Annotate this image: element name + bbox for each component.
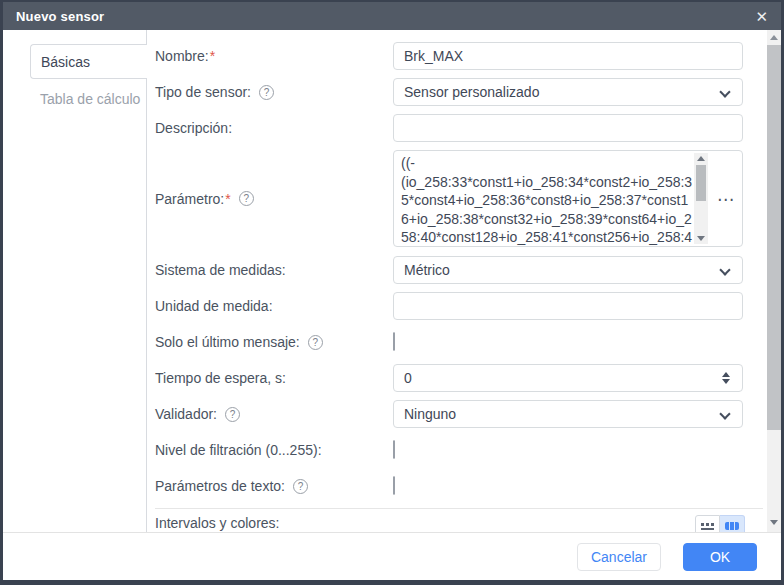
parametro-formula-text: ((- (io_258:33*const1+io_258:34*const2+i… [401,154,693,247]
validador-value: Ninguno [404,406,456,422]
stepper-icon[interactable] [722,372,730,384]
tiempo-espera-input[interactable] [393,364,743,392]
tipo-sensor-select[interactable]: Sensor personalizado [393,78,743,106]
ok-button[interactable]: OK [683,543,757,571]
validador-select[interactable]: Ninguno [393,400,743,428]
tipo-sensor-label: Tipo de sensor: ? [155,84,393,100]
dots-list-icon [701,523,714,530]
tab-strip: Básicas Tabla de cálculo [3,30,147,532]
required-asterisk: * [225,191,230,207]
parametro-more-button[interactable]: ⋯ [717,190,735,207]
scroll-down-icon[interactable] [697,236,705,241]
tab-tabla-label: Tabla de cálculo [40,91,140,107]
sistema-medidas-label: Sistema de medidas: [155,262,393,278]
dialog-body: Básicas Tabla de cálculo Nombre:* Tipo d… [3,30,781,532]
scroll-up-icon[interactable] [697,156,705,161]
parametro-label: Parámetro:* ? [155,191,393,207]
scrollbar-thumb[interactable] [767,45,781,430]
textarea-scrollbar[interactable] [694,153,708,244]
solo-ultimo-checkbox[interactable] [393,332,395,351]
dialog-footer: Cancelar OK [3,532,781,580]
intervals-view-toggle [695,515,745,532]
dialog-titlebar: Nuevo sensor ✕ [3,2,781,30]
nombre-label: Nombre:* [155,48,393,64]
chevron-down-icon [719,264,730,275]
row-unidad-medida: Unidad de medida: [155,292,767,320]
sistema-medidas-select[interactable]: Métrico [393,256,743,284]
nivel-filtracion-checkbox[interactable] [393,440,395,459]
nombre-input[interactable] [393,42,743,70]
sistema-medidas-value: Métrico [404,262,450,278]
row-parametros-texto: Parámetros de texto: ? [155,472,767,500]
parametros-texto-checkbox[interactable] [393,476,395,495]
intervalos-label: Intervalos y colores: [155,515,393,531]
close-icon[interactable]: ✕ [755,9,768,24]
row-tiempo-espera: Tiempo de espera, s: [155,364,767,392]
intervals-bar-view-button[interactable] [720,515,745,532]
solo-ultimo-label: Solo el último mensaje: ? [155,334,393,350]
row-nombre: Nombre:* [155,42,767,70]
cancel-button[interactable]: Cancelar [577,543,661,571]
intervals-list-view-button[interactable] [695,515,720,532]
sensor-form: Nombre:* Tipo de sensor: ? Sensor person… [147,30,767,532]
parametro-textarea[interactable]: ((- (io_258:33*const1+io_258:34*const2+i… [393,150,743,247]
row-descripcion: Descripción: [155,114,767,142]
scroll-up-icon[interactable] [770,35,778,40]
descripcion-label: Descripción: [155,120,393,136]
help-icon[interactable]: ? [308,335,323,350]
tab-basicas-label: Básicas [41,54,90,70]
section-divider [155,508,763,509]
tab-basicas[interactable]: Básicas [30,44,147,79]
help-icon[interactable]: ? [225,407,240,422]
tiempo-espera-label: Tiempo de espera, s: [155,370,393,386]
unidad-medida-input[interactable] [393,292,743,320]
unidad-medida-label: Unidad de medida: [155,298,393,314]
tab-tabla-de-calculo[interactable]: Tabla de cálculo [30,81,146,116]
row-parametro: Parámetro:* ? ((- (io_258:33*const1+io_2… [155,150,767,247]
validador-label: Validador: ? [155,406,393,422]
tipo-sensor-value: Sensor personalizado [404,84,539,100]
descripcion-input[interactable] [393,114,743,142]
parametros-texto-label: Parámetros de texto: ? [155,478,393,494]
scrollbar-thumb[interactable] [696,165,706,201]
required-asterisk: * [210,48,215,64]
row-validador: Validador: ? Ninguno [155,400,767,428]
chevron-down-icon [719,86,730,97]
dialog-title: Nuevo sensor [16,9,104,24]
row-solo-ultimo-mensaje: Solo el último mensaje: ? [155,328,767,356]
color-bar-icon [725,522,739,530]
row-sistema-medidas: Sistema de medidas: Métrico [155,256,767,284]
new-sensor-dialog: Nuevo sensor ✕ Básicas Tabla de cálculo … [0,0,784,585]
scroll-down-icon[interactable] [770,520,778,525]
row-tipo-sensor: Tipo de sensor: ? Sensor personalizado [155,78,767,106]
row-intervalos-colores: Intervalos y colores: [155,515,767,532]
help-icon[interactable]: ? [259,85,274,100]
help-icon[interactable]: ? [293,479,308,494]
dialog-scrollbar[interactable] [767,30,781,532]
chevron-down-icon [719,408,730,419]
help-icon[interactable]: ? [239,191,254,206]
nivel-filtracion-label: Nivel de filtración (0...255): [155,442,393,458]
row-nivel-filtracion: Nivel de filtración (0...255): [155,436,767,464]
